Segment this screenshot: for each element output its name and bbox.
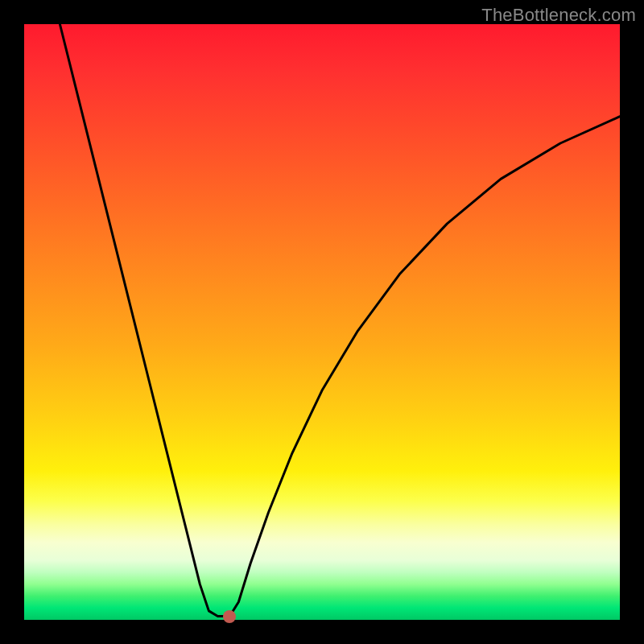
curve-path [60, 24, 620, 617]
plot-area [24, 24, 620, 620]
optimal-point-marker [223, 610, 236, 623]
watermark-text: TheBottleneck.com [481, 5, 636, 26]
bottleneck-curve [24, 24, 620, 620]
chart-container: TheBottleneck.com [0, 0, 644, 644]
